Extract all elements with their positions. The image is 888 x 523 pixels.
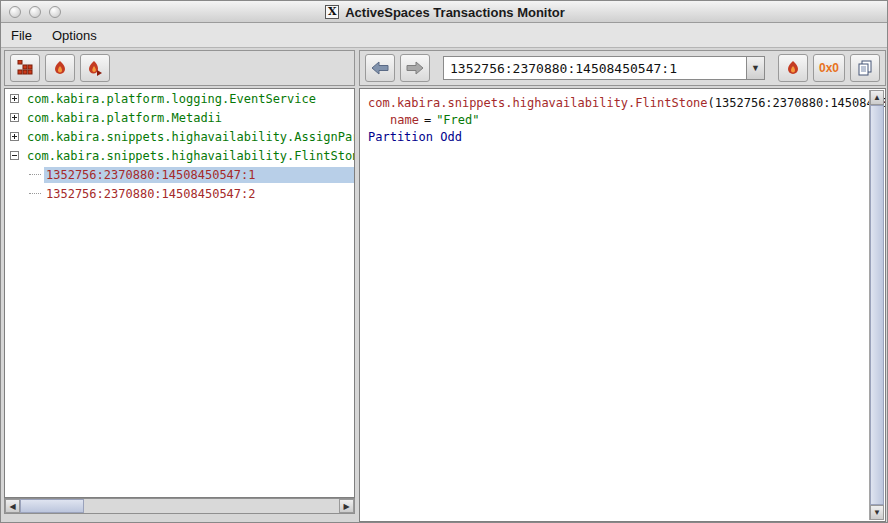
forward-button[interactable] [400,54,430,82]
tree-item[interactable]: com.kabira.snippets.highavailability.Ass… [5,127,354,146]
back-arrow-icon [371,61,389,75]
x11-app-icon: X [325,5,339,19]
equals-sign: = [424,113,431,127]
object-class-name: com.kabira.snippets.highavailability.Fli… [368,96,708,110]
partition-line: Partition Odd [368,129,877,146]
tree-item[interactable]: com.kabira.platform.Metadii [5,108,354,127]
tree-connector [29,193,41,194]
flame-icon [52,60,68,76]
tree-item[interactable]: com.kabira.platform.logging.EventService [5,89,354,108]
titlebar: X ActiveSpaces Transactions Monitor [1,1,888,23]
flame-arrow-icon [87,60,103,76]
right-toolbar: ▼ 0x0 [359,50,886,86]
tree-item-label: com.kabira.platform.logging.EventService [25,91,318,107]
window-title: ActiveSpaces Transactions Monitor [345,5,565,20]
tree-horizontal-scrollbar[interactable]: ◀ ▶ [4,498,355,514]
scroll-right-button[interactable]: ▶ [339,499,354,513]
tree-child-label: 1352756:2370880:14508450547:2 [44,186,258,202]
copy-pages-icon [857,60,873,76]
tree-child-item[interactable]: 1352756:2370880:14508450547:2 [5,184,354,203]
oid-combobox: ▼ [443,56,765,80]
menu-options[interactable]: Options [52,28,97,43]
clear-all-button[interactable] [80,54,110,82]
tree-item-label: com.kabira.snippets.highavailability.Fli… [25,148,355,164]
types-view-button[interactable] [10,54,40,82]
back-button[interactable] [365,54,395,82]
count-label: 0x0 [819,61,839,75]
detail-vertical-scrollbar[interactable]: ▲ ▼ [869,90,884,520]
tree-child-label-selected: 1352756:2370880:14508450547:1 [44,167,354,183]
field-name: name [390,113,419,127]
blocks-icon [17,60,33,76]
oid-address-input[interactable] [443,56,746,80]
object-detail-text: com.kabira.snippets.highavailability.Fli… [360,89,885,152]
tree-child-item[interactable]: 1352756:2370880:14508450547:1 [5,165,354,184]
object-detail-panel: com.kabira.snippets.highavailability.Fli… [359,88,886,522]
scroll-left-button[interactable]: ◀ [5,499,20,513]
field-line: name="Fred" [368,112,877,129]
count-indicator-button[interactable]: 0x0 [813,54,845,82]
collapse-toggle-icon[interactable] [10,151,19,160]
left-toolbar [4,50,355,86]
field-value: "Fred" [436,113,479,127]
object-tree-panel: com.kabira.platform.logging.EventService… [4,88,355,498]
tree-connector [29,174,41,175]
forward-arrow-icon [406,61,424,75]
scroll-down-button[interactable]: ▼ [870,505,884,520]
refresh-clear-button[interactable] [778,54,808,82]
partition-label: Partition Odd [368,130,462,144]
tree-item-label: com.kabira.snippets.highavailability.Ass… [25,129,355,145]
app-window: X ActiveSpaces Transactions Monitor File… [0,0,888,523]
tree-item-label: com.kabira.platform.Metadii [25,110,224,126]
tree-item[interactable]: com.kabira.snippets.highavailability.Fli… [5,146,354,165]
vertical-scroll-thumb[interactable] [870,105,884,505]
expand-toggle-icon[interactable] [10,94,19,103]
combobox-dropdown-button[interactable]: ▼ [746,56,765,80]
title-area: X ActiveSpaces Transactions Monitor [1,1,888,23]
horizontal-scroll-track[interactable] [84,499,339,513]
scroll-up-button[interactable]: ▲ [870,90,884,105]
menubar: File Options [1,23,888,48]
copy-button[interactable] [850,54,880,82]
expand-toggle-icon[interactable] [10,113,19,122]
horizontal-scroll-thumb[interactable] [20,499,84,513]
menu-file[interactable]: File [11,28,32,43]
flame-icon [785,60,801,76]
object-header-line: com.kabira.snippets.highavailability.Fli… [368,95,877,112]
expand-toggle-icon[interactable] [10,132,19,141]
chevron-down-icon: ▼ [751,63,760,73]
object-oid: (1352756:2370880:14508450547:1) [708,96,886,110]
clear-button[interactable] [45,54,75,82]
